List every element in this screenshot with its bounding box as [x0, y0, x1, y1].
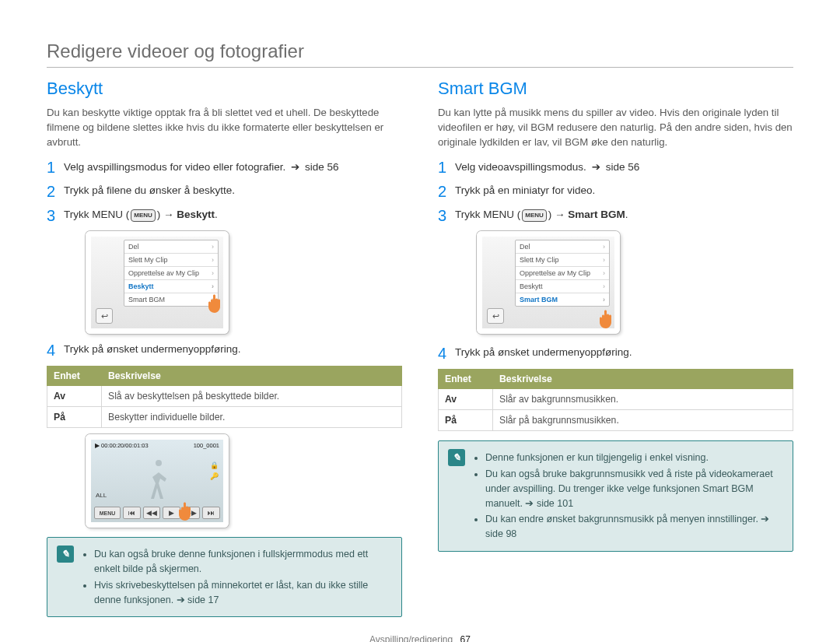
prev-button[interactable]: ⏮: [123, 507, 141, 519]
menu-item[interactable]: Opprettelse av My Clip›: [124, 267, 218, 280]
step-text: Velg videoavspillingsmodus. ➔ side 56: [455, 159, 639, 175]
playback-status-icons: 🔒 🔑: [210, 461, 219, 480]
menu-item[interactable]: Slett My Clip›: [124, 254, 218, 267]
th-beskrivelse: Beskrivelse: [493, 370, 793, 389]
playback-filename: 100_0001: [194, 442, 219, 449]
play-all-badge: ALL: [96, 492, 107, 499]
footer-page-number: 67: [460, 634, 471, 642]
step-text: Trykk på filene du ønsker å beskytte.: [64, 183, 235, 198]
menu-item-label: Opprettelse av My Clip: [520, 269, 590, 277]
steps-right: 1 Velg videoavspillingsmodus. ➔ side 56 …: [438, 159, 793, 225]
page-footer: Avspilling/redigering 67: [47, 634, 793, 642]
step-number: 4: [438, 345, 455, 363]
menu-item-label: Smart BGM: [520, 296, 558, 303]
page-title: Redigere videoer og fotografier: [47, 40, 793, 62]
step-text: Trykk på ønsket undermenyoppføring.: [64, 342, 241, 357]
device-menu-screenshot: Del› Slett My Clip› Opprettelse av My Cl…: [477, 231, 620, 334]
steps-right-2: 4 Trykk på ønsket undermenyoppføring.: [438, 345, 793, 363]
arrow-icon: ➔: [592, 160, 600, 173]
chevron-right-icon: ›: [603, 243, 605, 251]
note-icon: ✎: [57, 546, 74, 563]
steps-left-2: 4 Trykk på ønsket undermenyoppføring.: [47, 342, 402, 360]
step-text: Trykk på en miniatyr for video.: [455, 183, 595, 198]
note-icon: ✎: [448, 449, 465, 466]
menu-item-label: Del: [520, 243, 530, 251]
th-enhet: Enhet: [439, 370, 493, 389]
back-button[interactable]: ↩: [96, 308, 113, 324]
menu-button[interactable]: MENU: [94, 507, 121, 519]
step-mid: ) →: [157, 209, 177, 220]
menu-item-label: Beskytt: [520, 282, 543, 290]
menu-panel: Del› Slett My Clip› Opprettelse av My Cl…: [515, 240, 610, 307]
menu-item[interactable]: Opprettelse av My Clip›: [516, 267, 609, 280]
steps-left: 1 Velg avspillingsmodus for video eller …: [47, 159, 402, 225]
step-prefix: Trykk MENU (: [64, 209, 129, 220]
step-number: 3: [438, 207, 455, 225]
step-bold: Smart BGM: [568, 209, 625, 220]
note-box: ✎ Du kan også bruke denne funksjonen i f…: [47, 537, 402, 617]
chevron-right-icon: ›: [212, 243, 214, 251]
note-item: Du kan også bruke bakgrunnsmusikk ved å …: [485, 467, 783, 510]
col-beskytt: Beskytt Du kan beskytte viktige opptak f…: [47, 75, 402, 617]
key-icon: 🔑: [210, 472, 219, 480]
step-end: .: [215, 209, 218, 220]
th-beskrivelse: Beskrivelse: [102, 367, 402, 386]
step-suffix: side 56: [606, 161, 640, 173]
rewind-button[interactable]: ◀◀: [143, 507, 161, 519]
step-suffix: side 56: [305, 161, 339, 173]
arrow-icon: ➔: [291, 160, 299, 173]
note-box: ✎ Denne funksjonen er kun tilgjengelig i…: [438, 440, 793, 552]
menu-item-label: Slett My Clip: [128, 256, 168, 264]
cell-val: Slå av beskyttelsen på beskyttede bilder…: [102, 386, 402, 407]
back-button[interactable]: ↩: [487, 308, 504, 324]
menu-item[interactable]: Beskytt›: [516, 280, 609, 293]
menu-badge: MENU: [131, 209, 156, 222]
step-number: 2: [438, 183, 455, 201]
step-number: 1: [438, 159, 455, 177]
lead-smart-bgm: Du kan lytte på musikk mens du spiller a…: [438, 105, 793, 149]
cell-key: Av: [439, 389, 493, 410]
cell-val: Slår av bakgrunnsmusikken.: [493, 389, 793, 410]
chevron-right-icon: ›: [603, 282, 605, 290]
pointer-hand-icon: [594, 303, 622, 332]
menu-item-label: Opprettelse av My Clip: [128, 269, 199, 277]
step-number: 3: [47, 207, 64, 225]
step-end: .: [625, 209, 628, 220]
cell-key: Av: [47, 386, 102, 407]
options-table: EnhetBeskrivelse AvSlå av beskyttelsen p…: [47, 366, 402, 428]
cell-key: På: [439, 410, 493, 431]
heading-smart-bgm: Smart BGM: [438, 79, 793, 99]
lead-beskytt: Du kan beskytte viktige opptak fra å bli…: [47, 105, 402, 149]
step-mid: ) →: [548, 209, 569, 220]
menu-item-label: Slett My Clip: [520, 256, 559, 264]
lock-icon: 🔒: [210, 461, 219, 469]
menu-item[interactable]: Slett My Clip›: [516, 254, 609, 267]
playback-time: ▶ 00:00:20/00:01:03: [95, 442, 149, 449]
next-button[interactable]: ⏭: [202, 507, 220, 519]
heading-beskytt: Beskytt: [47, 79, 402, 99]
golfer-silhouette: [142, 460, 173, 503]
note-item: Du kan også bruke denne funksjonen i ful…: [94, 547, 392, 577]
menu-item[interactable]: Del›: [124, 240, 218, 254]
step-body: Velg videoavspillingsmodus.: [455, 161, 586, 173]
note-item: Denne funksjonen er kun tilgjengelig i e…: [485, 451, 783, 465]
chevron-right-icon: ›: [603, 269, 605, 277]
menu-item-label: Smart BGM: [128, 296, 165, 303]
step-body: Velg avspillingsmodus for video eller fo…: [64, 161, 285, 173]
step-bold: Beskytt: [177, 209, 215, 220]
col-smart-bgm: Smart BGM Du kan lytte på musikk mens du…: [438, 75, 793, 617]
menu-item[interactable]: Del›: [516, 240, 609, 254]
menu-item-label: Beskytt: [128, 282, 154, 290]
step-number: 4: [47, 342, 64, 360]
step-number: 1: [47, 159, 64, 177]
step-text: Velg avspillingsmodus for video eller fo…: [64, 159, 339, 175]
chevron-right-icon: ›: [212, 269, 214, 277]
cell-val: Slår på bakgrunnsmusikken.: [493, 410, 793, 431]
step-text: Trykk MENU (MENU) → Beskytt.: [64, 207, 218, 223]
note-item: Du kan endre ønsket bakgrunnsmusikk på m…: [485, 512, 783, 542]
step-text: Trykk MENU (MENU) → Smart BGM.: [455, 207, 628, 223]
pointer-hand-icon: [173, 496, 201, 524]
playback-screenshot: ▶ 00:00:20/00:01:03 100_0001 🔒 🔑 ALL MEN…: [86, 434, 229, 528]
step-text: Trykk på ønsket undermenyoppføring.: [455, 345, 632, 360]
divider: [47, 67, 793, 68]
